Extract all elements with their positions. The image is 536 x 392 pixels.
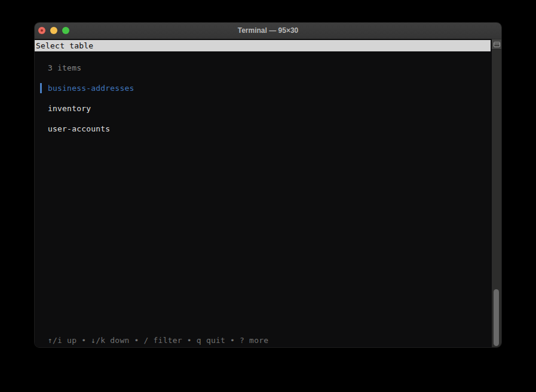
scrollbar-track[interactable] bbox=[491, 39, 501, 347]
list-item-user-accounts[interactable]: user-accounts bbox=[48, 124, 110, 134]
selection-cursor bbox=[40, 83, 42, 93]
list-item-business-addresses[interactable]: business-addresses bbox=[48, 83, 134, 93]
list-item-inventory[interactable]: inventory bbox=[48, 103, 91, 114]
window-title: Terminal — 95×30 bbox=[35, 23, 501, 39]
split-pane-button[interactable] bbox=[492, 39, 501, 50]
list-status: 3 items bbox=[48, 63, 81, 73]
terminal-content: Select table 3 items business-addresses … bbox=[35, 39, 501, 347]
terminal-window: Terminal — 95×30 Select table 3 items bu… bbox=[34, 22, 502, 348]
help-bar: ↑/i up • ↓/k down • / filter • q quit • … bbox=[48, 335, 268, 345]
list-title-bar: Select table bbox=[35, 40, 491, 51]
window-titlebar[interactable]: Terminal — 95×30 bbox=[35, 23, 501, 39]
desktop: { "window": { "title": "Terminal — 95×30… bbox=[0, 0, 536, 392]
split-pane-icon bbox=[494, 42, 500, 47]
scrollbar-thumb[interactable] bbox=[494, 289, 499, 346]
